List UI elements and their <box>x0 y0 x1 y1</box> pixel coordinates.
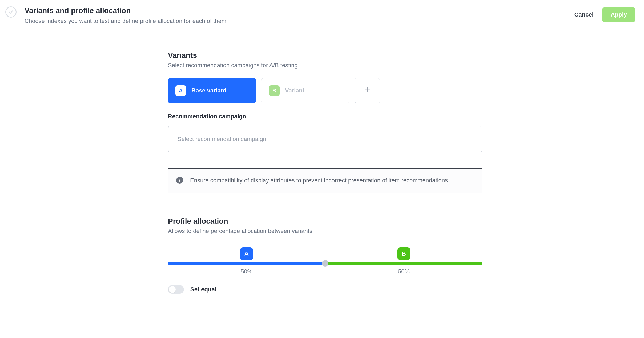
allocation-subtitle: Allows to define percentage allocation b… <box>168 228 482 235</box>
apply-button[interactable]: Apply <box>602 7 635 22</box>
variant-label-b: Variant <box>285 87 304 94</box>
allocation-thumb[interactable] <box>322 260 328 267</box>
page-title: Variants and profile allocation <box>25 6 565 15</box>
info-icon <box>176 177 183 184</box>
variant-chip-b[interactable]: B Variant <box>261 78 349 103</box>
step-check-icon <box>5 6 17 18</box>
campaign-label: Recommendation campaign <box>168 113 482 120</box>
allocation-pct-b: 50% <box>398 268 410 275</box>
info-banner: Ensure compatibility of display attribut… <box>168 168 482 193</box>
svg-point-2 <box>179 179 180 179</box>
add-variant-button[interactable] <box>355 78 380 103</box>
svg-rect-3 <box>179 180 180 182</box>
variants-subtitle: Select recommendation campaigns for A/B … <box>168 62 482 69</box>
variant-chip-a[interactable]: A Base variant <box>168 78 256 103</box>
campaign-select[interactable]: Select recommendation campaign <box>168 126 482 152</box>
page-subtitle: Choose indexes you want to test and defi… <box>25 18 565 25</box>
allocation-track-a <box>168 262 325 265</box>
allocation-pct-a: 50% <box>241 268 252 275</box>
allocation-badge-a: A <box>240 247 253 260</box>
cancel-button[interactable]: Cancel <box>573 9 595 20</box>
variants-title: Variants <box>168 51 482 60</box>
variant-label-a: Base variant <box>191 87 226 94</box>
variants-row: A Base variant B Variant <box>168 78 482 103</box>
info-text: Ensure compatibility of display attribut… <box>190 176 449 185</box>
allocation-badge-b: B <box>397 247 410 260</box>
toggle-knob <box>169 286 176 293</box>
variant-badge-b: B <box>269 85 280 96</box>
plus-icon <box>364 86 371 95</box>
campaign-placeholder: Select recommendation campaign <box>178 136 266 143</box>
set-equal-toggle[interactable] <box>168 285 184 294</box>
allocation-track-b <box>325 262 482 265</box>
variant-badge-a: A <box>175 85 186 96</box>
set-equal-label: Set equal <box>190 286 216 293</box>
allocation-slider[interactable]: A B 50% 50% <box>168 251 482 267</box>
allocation-title: Profile allocation <box>168 217 482 226</box>
